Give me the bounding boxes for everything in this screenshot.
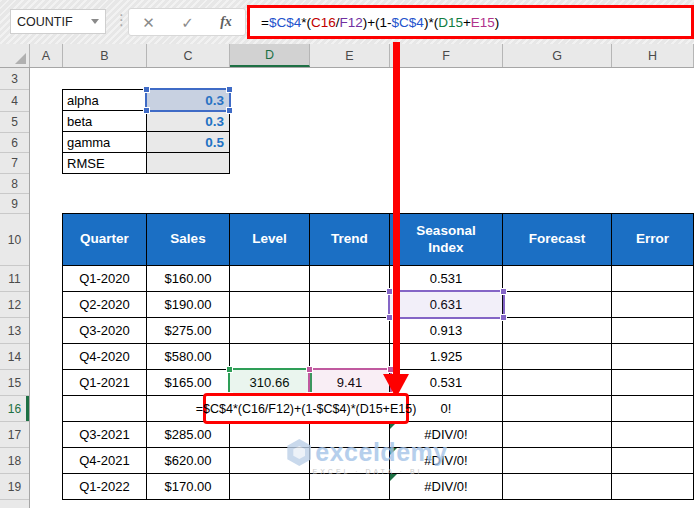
column-header-H[interactable]: H	[612, 44, 694, 67]
cell-E19[interactable]	[310, 474, 390, 500]
header-cell-D10[interactable]: Level	[230, 214, 310, 266]
cell-B13[interactable]: Q3-2020	[63, 318, 147, 344]
cell-C18[interactable]: $620.00	[147, 448, 230, 474]
cell-H14[interactable]	[612, 344, 694, 370]
column-header-G[interactable]: G	[503, 44, 612, 67]
row-header-6[interactable]: 6	[0, 133, 29, 153]
cell-G16[interactable]	[503, 396, 612, 422]
cell-B17[interactable]: Q3-2021	[63, 422, 147, 448]
cell-F19[interactable]: #DIV/0!	[390, 474, 503, 500]
cell-B7[interactable]: RMSE	[63, 153, 147, 174]
row-header-10[interactable]: 10	[0, 214, 29, 266]
column-header-A[interactable]: A	[30, 44, 63, 67]
cell-B16[interactable]	[63, 396, 147, 422]
cell-C13[interactable]: $275.00	[147, 318, 230, 344]
cell-F17[interactable]: #DIV/0!	[390, 422, 503, 448]
cell-B4[interactable]: alpha	[63, 90, 147, 111]
cell-C5[interactable]: 0.3	[147, 111, 230, 132]
cell-E12[interactable]	[310, 292, 390, 318]
header-cell-C10[interactable]: Sales	[147, 214, 230, 266]
cell-E14[interactable]	[310, 344, 390, 370]
cell-B15[interactable]: Q1-2021	[63, 370, 147, 396]
header-cell-G10[interactable]: Forecast	[503, 214, 612, 266]
cell-G19[interactable]	[503, 474, 612, 500]
cell-B11[interactable]: Q1-2020	[63, 266, 147, 292]
name-box-dropdown-icon[interactable]	[91, 19, 99, 24]
cell-G17[interactable]	[503, 422, 612, 448]
formula-input[interactable]: =$C$4*(C16/F12)+(1-$C$4)*(D15+E15)	[247, 5, 694, 39]
cell-E11[interactable]	[310, 266, 390, 292]
header-cell-E10[interactable]: Trend	[310, 214, 390, 266]
row-header-19[interactable]: 19	[0, 474, 29, 500]
cell-D13[interactable]	[230, 318, 310, 344]
cell-C19[interactable]: $170.00	[147, 474, 230, 500]
column-header-E[interactable]: E	[310, 44, 390, 67]
cell-E13[interactable]	[310, 318, 390, 344]
cell-B19[interactable]: Q1-2022	[63, 474, 147, 500]
row-header-5[interactable]: 5	[0, 112, 29, 133]
column-header-B[interactable]: B	[63, 44, 147, 67]
cell-D17[interactable]	[230, 422, 310, 448]
cell-F13[interactable]: 0.913	[390, 318, 503, 344]
cell-G13[interactable]	[503, 318, 612, 344]
header-cell-B10[interactable]: Quarter	[63, 214, 147, 266]
column-header-C[interactable]: C	[147, 44, 230, 67]
cell-F14[interactable]: 1.925	[390, 344, 503, 370]
cell-H19[interactable]	[612, 474, 694, 500]
cell-D11[interactable]	[230, 266, 310, 292]
cancel-icon[interactable]: ✕	[142, 15, 155, 30]
row-header-17[interactable]: 17	[0, 422, 29, 448]
cell-B14[interactable]: Q4-2020	[63, 344, 147, 370]
cell-C17[interactable]: $285.00	[147, 422, 230, 448]
row-header-14[interactable]: 14	[0, 344, 29, 370]
row-header-13[interactable]: 13	[0, 318, 29, 344]
cell-C4[interactable]: 0.3	[147, 90, 230, 111]
cell-G15[interactable]	[503, 370, 612, 396]
cell-H15[interactable]	[612, 370, 694, 396]
row-header-12[interactable]: 12	[0, 292, 29, 318]
row-header-3[interactable]: 3	[0, 68, 29, 90]
cell-H17[interactable]	[612, 422, 694, 448]
cell-G14[interactable]	[503, 344, 612, 370]
cell-E17[interactable]	[310, 422, 390, 448]
cell-H13[interactable]	[612, 318, 694, 344]
row-header-7[interactable]: 7	[0, 153, 29, 174]
column-header-D[interactable]: D	[230, 44, 310, 67]
row-header-18[interactable]: 18	[0, 448, 29, 474]
cell-B6[interactable]: gamma	[63, 132, 147, 153]
header-cell-F10[interactable]: Seasonal Index	[390, 214, 503, 266]
cell-B12[interactable]: Q2-2020	[63, 292, 147, 318]
cell-C14[interactable]: $580.00	[147, 344, 230, 370]
cell-C7[interactable]	[147, 153, 230, 174]
cell-G18[interactable]	[503, 448, 612, 474]
insert-function-icon[interactable]: fx	[220, 15, 232, 29]
row-header-4[interactable]: 4	[0, 90, 29, 112]
cell-H18[interactable]	[612, 448, 694, 474]
cell-D14[interactable]	[230, 344, 310, 370]
cell-B18[interactable]: Q4-2021	[63, 448, 147, 474]
cell-B5[interactable]: beta	[63, 111, 147, 132]
cell-G12[interactable]	[503, 292, 612, 318]
cell-F18[interactable]: #DIV/0!	[390, 448, 503, 474]
cell-E18[interactable]	[310, 448, 390, 474]
cell-D18[interactable]	[230, 448, 310, 474]
select-all-corner[interactable]	[0, 44, 30, 67]
cell-H12[interactable]	[612, 292, 694, 318]
cell-D12[interactable]	[230, 292, 310, 318]
cell-C11[interactable]: $160.00	[147, 266, 230, 292]
cell-C12[interactable]: $190.00	[147, 292, 230, 318]
enter-icon[interactable]: ✓	[181, 15, 194, 30]
name-box[interactable]: COUNTIF	[10, 9, 106, 34]
cell-G11[interactable]	[503, 266, 612, 292]
cell-D19[interactable]	[230, 474, 310, 500]
cell-F12[interactable]: 0.631	[390, 292, 503, 318]
cell-C6[interactable]: 0.5	[147, 132, 230, 153]
column-header-F[interactable]: F	[390, 44, 503, 67]
cell-H11[interactable]	[612, 266, 694, 292]
row-header-8[interactable]: 8	[0, 174, 29, 194]
row-header-11[interactable]: 11	[0, 266, 29, 292]
row-header-15[interactable]: 15	[0, 370, 29, 396]
row-header-16[interactable]: 16	[0, 396, 29, 422]
cell-F11[interactable]: 0.531	[390, 266, 503, 292]
row-header-9[interactable]: 9	[0, 194, 29, 214]
